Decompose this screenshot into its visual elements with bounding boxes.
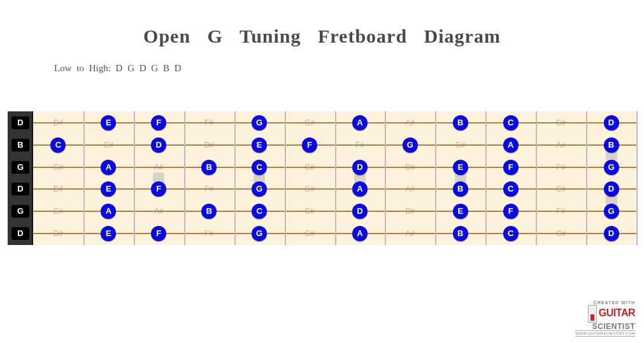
fret-line — [385, 111, 386, 245]
note-dot: C — [503, 115, 519, 130]
fret-line — [234, 111, 236, 245]
note-dot: F — [151, 226, 166, 241]
note-dot: C — [252, 160, 267, 175]
note-dot: D — [604, 181, 619, 197]
open-note-tag: D — [11, 183, 29, 195]
note-dot: F — [503, 204, 519, 219]
note-ghost: G# — [455, 141, 466, 150]
note-ghost: G# — [304, 229, 315, 238]
note-dot: B — [201, 204, 217, 219]
note-dot: F — [302, 137, 317, 153]
open-note-tag: D — [11, 116, 29, 129]
note-dot: E — [101, 226, 116, 241]
note-dot: A — [352, 181, 368, 197]
note-ghost: F# — [557, 163, 566, 172]
note-ghost: D# — [54, 118, 63, 127]
note-ghost: F# — [204, 185, 213, 193]
logo-brand1: GUITAR — [599, 307, 635, 318]
page-title: Open G Tuning Fretboard Diagram — [0, 25, 644, 47]
fret-line — [285, 111, 286, 245]
note-dot: A — [101, 160, 116, 175]
fret-line — [134, 111, 135, 245]
note-dot: G — [604, 204, 619, 219]
note-dot: E — [101, 115, 116, 130]
open-note-tag: G — [11, 205, 29, 218]
note-dot: D — [352, 160, 368, 175]
note-ghost: D# — [54, 229, 63, 238]
note-ghost: D# — [405, 163, 415, 172]
note-ghost: A# — [406, 185, 415, 193]
note-ghost: F# — [355, 141, 364, 150]
watermark-logo: CREATED WITH GUITAR SCIENTIST WWW.GUITAR… — [575, 300, 635, 337]
fret-line — [536, 111, 537, 245]
note-dot: C — [503, 181, 519, 197]
note-ghost: F# — [204, 229, 213, 238]
note-dot: A — [352, 226, 368, 241]
logo-brand2: SCIENTIST — [575, 323, 635, 330]
tuning-subtitle: Low to High: D G D G B D — [54, 63, 644, 74]
note-dot: E — [101, 181, 116, 197]
fret-line — [586, 111, 587, 245]
note-dot: G — [604, 160, 619, 175]
note-ghost: F# — [557, 207, 566, 216]
note-ghost: G# — [304, 118, 315, 127]
note-ghost: D# — [405, 207, 415, 216]
note-ghost: A# — [406, 118, 415, 127]
note-ghost: C# — [556, 118, 566, 127]
logo-url: WWW.GUITARSCIENTIST.COM — [575, 330, 635, 337]
open-note-tag: D — [11, 227, 29, 240]
note-ghost: A# — [154, 207, 164, 216]
note-dot: D — [352, 204, 368, 219]
fret-line — [485, 111, 487, 245]
note-dot: G — [252, 115, 267, 130]
note-dot: C — [252, 204, 267, 219]
note-dot: D — [151, 137, 166, 153]
note-ghost: C# — [556, 229, 566, 238]
note-ghost: D# — [54, 185, 63, 193]
note-dot: A — [101, 204, 116, 219]
note-dot: G — [403, 137, 418, 153]
note-dot: B — [201, 160, 217, 175]
note-dot: C — [50, 137, 66, 153]
note-dot: B — [604, 137, 619, 153]
fret-line — [184, 111, 185, 245]
note-ghost: D# — [204, 141, 214, 150]
note-dot: E — [453, 160, 468, 175]
fret-line — [83, 111, 85, 245]
note-dot: D — [604, 226, 619, 241]
note-ghost: G# — [53, 163, 63, 172]
note-ghost: C# — [104, 141, 113, 150]
note-ghost: G# — [304, 185, 315, 193]
fret-line — [435, 111, 436, 245]
note-dot: F — [151, 115, 166, 130]
note-dot: G — [252, 226, 267, 241]
note-dot: G — [252, 181, 267, 197]
note-ghost: A# — [556, 141, 566, 150]
note-dot: A — [503, 137, 519, 153]
note-ghost: C# — [304, 207, 314, 216]
note-ghost: F# — [204, 118, 213, 127]
note-ghost: C# — [556, 185, 566, 193]
note-ghost: C# — [304, 163, 314, 172]
note-dot: B — [453, 115, 468, 130]
note-dot: C — [503, 226, 519, 241]
logo-icon — [588, 305, 597, 323]
note-dot: B — [453, 181, 468, 197]
logo-created: CREATED WITH — [575, 300, 635, 305]
fret-line — [636, 111, 638, 245]
note-ghost: A# — [154, 163, 164, 172]
note-ghost: A# — [406, 229, 415, 238]
note-ghost: G# — [53, 207, 63, 216]
note-dot: F — [503, 160, 519, 175]
note-dot: D — [604, 115, 619, 130]
note-dot: E — [453, 204, 468, 219]
note-dot: E — [252, 137, 267, 153]
note-dot: F — [151, 181, 166, 197]
note-dot: A — [352, 115, 368, 130]
fret-line — [335, 111, 336, 245]
note-dot: B — [453, 226, 468, 241]
open-note-tag: G — [11, 161, 29, 174]
fretboard-diagram: DBGDGDD#EFF#GG#AA#BCC#DCC#DD#EFF#GG#AA#B… — [8, 111, 636, 245]
open-note-tag: B — [11, 139, 29, 151]
nut — [8, 111, 33, 245]
